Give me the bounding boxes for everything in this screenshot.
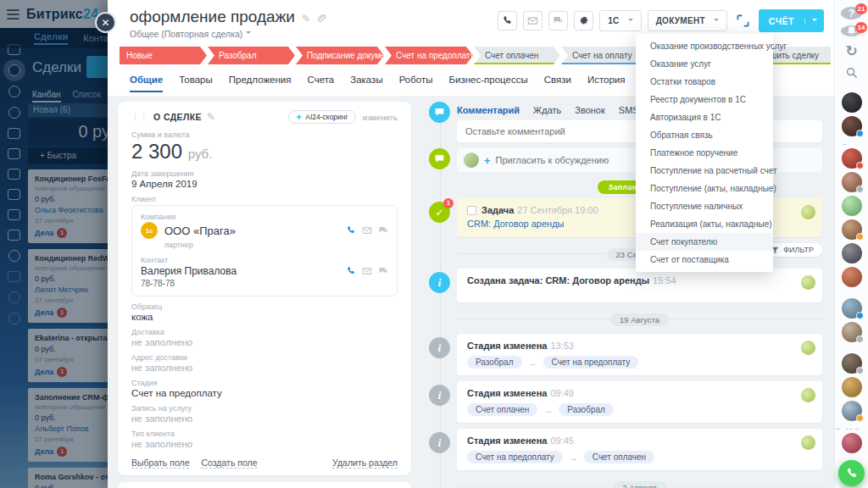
- call-fab-button[interactable]: [838, 460, 865, 486]
- settings-icon[interactable]: [8, 291, 20, 303]
- contact-name-link[interactable]: Валерия Привалова: [141, 265, 236, 277]
- document-dropdown-button[interactable]: ДОКУМЕНТ: [648, 10, 727, 31]
- stage-item[interactable]: Счет на предоплату: [385, 47, 473, 64]
- notifications-bell-button[interactable]: 14: [841, 25, 862, 36]
- help-button[interactable]: ?21: [841, 7, 862, 19]
- tab-quotes[interactable]: Предложения: [229, 75, 292, 92]
- stage-item[interactable]: Счет оплачен: [474, 47, 560, 64]
- timeline-entry[interactable]: i Стадия изменена09:49 Счет оплачен→Разо…: [457, 381, 822, 423]
- kanban-card[interactable]: Заполнение CRM-формы повторное обращение…: [28, 388, 112, 462]
- composer-tab-comment[interactable]: Комментарий: [457, 105, 520, 115]
- chat-contact-icon[interactable]: [378, 266, 388, 276]
- avatar[interactable]: [842, 116, 862, 136]
- tasks-icon[interactable]: [8, 148, 20, 159]
- collapse-menu-icon[interactable]: [8, 250, 20, 262]
- menu-item[interactable]: Реестр документов в 1С: [636, 91, 773, 108]
- expand-fullscreen-button[interactable]: [733, 11, 753, 30]
- ai-scoring-pill[interactable]: AI24-скоринг: [288, 110, 355, 124]
- tab-invoices[interactable]: Счета: [308, 75, 335, 92]
- tab-orders[interactable]: Заказы: [350, 75, 382, 92]
- tab-deals[interactable]: Сделки: [34, 31, 68, 45]
- edit-fields-link[interactable]: изменить: [363, 113, 398, 122]
- kanban-card[interactable]: Roma Gorshkov - открыта 0 руб. 17 сентяб…: [28, 468, 112, 488]
- menu-item[interactable]: Поступление (акты, накладные): [636, 180, 773, 197]
- view-list[interactable]: Список: [73, 90, 101, 103]
- menu-item[interactable]: Счет от поставщика: [636, 251, 773, 269]
- automation-icon[interactable]: [8, 271, 20, 282]
- avatar[interactable]: [842, 298, 862, 319]
- email-contact-icon[interactable]: [362, 266, 372, 276]
- view-kanban[interactable]: Канбан: [32, 90, 61, 103]
- avatar[interactable]: [842, 433, 862, 453]
- composer-tab-call[interactable]: Звонок: [575, 105, 605, 115]
- search-button[interactable]: [841, 66, 862, 79]
- avatar[interactable]: [842, 92, 862, 113]
- menu-item[interactable]: Авторизация в 1С: [636, 108, 773, 126]
- email-company-icon[interactable]: [362, 225, 372, 236]
- tab-contacts[interactable]: Конта: [83, 33, 108, 43]
- tab-general[interactable]: Общие: [130, 75, 163, 92]
- invoice-button[interactable]: СЧЁТ: [759, 9, 824, 32]
- stage-item[interactable]: Разобрал: [208, 47, 295, 64]
- avatar[interactable]: [842, 243, 862, 263]
- settings-gear-button[interactable]: [574, 11, 593, 30]
- quick-add-deal[interactable]: + Быстра: [28, 147, 112, 164]
- stage-item[interactable]: Новые: [120, 47, 207, 64]
- select-field-link[interactable]: Выбрать поле: [131, 458, 189, 469]
- timeline-entry[interactable]: i Стадия изменена13:53 Разобрал→Счет на …: [457, 334, 822, 375]
- kanban-card[interactable]: Кондиционер FoxFrost+ 1 повторное обраще…: [28, 169, 112, 243]
- chat-button[interactable]: [548, 11, 568, 30]
- menu-item[interactable]: Реализация (акты, накладные): [636, 215, 773, 233]
- avatar[interactable]: [842, 401, 862, 421]
- email-button[interactable]: [523, 11, 542, 30]
- avatar[interactable]: [842, 322, 862, 342]
- menu-item[interactable]: Поступление наличных: [636, 197, 773, 215]
- drive-icon[interactable]: [8, 209, 20, 220]
- stage-item[interactable]: Подписание документов: [296, 47, 384, 64]
- task-link[interactable]: CRM: Договор аренды: [467, 219, 565, 229]
- menu-item-hovered[interactable]: Счет покупателю: [636, 233, 773, 251]
- timeline-entry[interactable]: i Стадия изменена09:45 Счет на предоплат…: [457, 429, 822, 470]
- timeman-icon[interactable]: [8, 86, 20, 97]
- call-button[interactable]: [498, 11, 517, 30]
- crm-icon[interactable]: [8, 230, 20, 241]
- menu-item[interactable]: Обратная связь: [636, 126, 773, 144]
- tab-robots[interactable]: Роботы: [399, 75, 433, 92]
- edit-title-icon[interactable]: ✎: [302, 13, 310, 25]
- call-company-icon[interactable]: [346, 225, 356, 236]
- avatar[interactable]: [842, 148, 862, 169]
- invoice-more-button[interactable]: [804, 19, 824, 24]
- kanban-card[interactable]: Кондиционер RedWatts 6 повторное обращен…: [28, 249, 112, 323]
- timeline-entry[interactable]: i Создана задача: CRM: Договор аренды15:…: [457, 269, 822, 302]
- copy-link-icon[interactable]: [317, 13, 326, 22]
- avatar[interactable]: [842, 267, 862, 287]
- history-button[interactable]: ↻: [841, 42, 862, 60]
- add-section-icon[interactable]: [8, 313, 20, 324]
- company-name-link[interactable]: ООО «Прага»: [164, 225, 236, 237]
- avatar[interactable]: [842, 196, 862, 216]
- calendar-icon[interactable]: [8, 189, 20, 200]
- messenger-icon[interactable]: [8, 64, 20, 76]
- analytics-icon[interactable]: [8, 128, 20, 139]
- menu-item[interactable]: Оказание услуг: [636, 55, 773, 73]
- menu-item[interactable]: Оказание производственных услуг: [636, 37, 773, 55]
- deal-category-selector[interactable]: Общее (Повторная сделка): [130, 29, 251, 39]
- task-checkbox[interactable]: [467, 206, 476, 215]
- avatar[interactable]: [842, 172, 862, 192]
- tab-history[interactable]: История: [587, 75, 626, 92]
- edit-section-icon[interactable]: ✎: [207, 111, 215, 123]
- delete-section-link[interactable]: Удалить раздел: [332, 458, 398, 469]
- chat-company-icon[interactable]: [378, 225, 388, 236]
- tab-links[interactable]: Связи: [544, 75, 571, 92]
- contact-phone[interactable]: 78-78-78: [141, 279, 388, 288]
- menu-item[interactable]: Поступление на расчетный счет: [636, 162, 773, 180]
- deal-title[interactable]: оформление продажи: [130, 8, 295, 26]
- hamburger-menu-icon[interactable]: [7, 9, 19, 19]
- create-field-link[interactable]: Создать поле: [201, 458, 257, 469]
- mail-module-icon[interactable]: [8, 169, 20, 180]
- onec-dropdown-button[interactable]: 1С: [599, 10, 641, 31]
- tab-bizproc[interactable]: Бизнес-процессы: [448, 75, 527, 92]
- menu-item[interactable]: Платежное поручение: [636, 144, 773, 162]
- composer-tab-wait[interactable]: Ждать: [533, 105, 561, 115]
- kanban-column-header[interactable]: Новая (6): [28, 103, 112, 117]
